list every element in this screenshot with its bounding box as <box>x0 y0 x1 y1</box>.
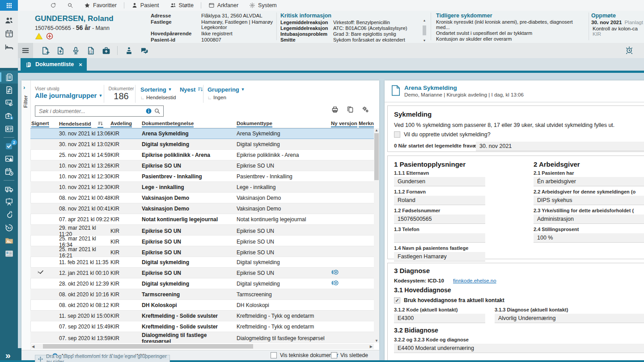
menu-arkfaner[interactable]: Arkfaner <box>208 2 238 8</box>
table-row[interactable]: 30. nov 2021 kl 13:06KIRArena Sykmelding… <box>30 128 374 139</box>
import-document-button[interactable] <box>54 45 67 56</box>
search-info-icon[interactable] <box>145 108 152 114</box>
checkbox[interactable] <box>331 352 337 358</box>
sidebar-item-calendar[interactable]: 1 <box>0 27 18 40</box>
table-row[interactable]: 10. nov 2021 kl 12:30KIRLege - innkallin… <box>30 182 374 193</box>
table-row[interactable]: 10. nov 2021 kl 12:30KIRPasientbrev - In… <box>30 171 374 182</box>
search-input[interactable] <box>38 108 144 115</box>
sidebar-item-patient-card[interactable] <box>0 122 18 135</box>
sidebar-item-media-folder[interactable] <box>0 234 18 247</box>
patient-field[interactable]: Gundersen <box>394 177 485 186</box>
column-header[interactable]: Signert <box>31 121 59 126</box>
employer-field[interactable]: Én arbeidsgiver <box>534 177 644 186</box>
app-launcher-button[interactable] <box>0 0 18 11</box>
checkbox[interactable] <box>271 352 277 358</box>
critical-info-icon[interactable] <box>46 32 54 40</box>
grouping-control[interactable]: Gruppering ▼ ∟ Ingen <box>208 86 245 100</box>
column-header[interactable]: Merkn <box>359 121 374 126</box>
column-header[interactable]: Dokumentbetegnelse <box>142 121 237 126</box>
sidebar-item-patients[interactable] <box>0 14 18 27</box>
table-row[interactable]: 08. nov 2021 kl 00:41KIRVaksinasjon Demo… <box>30 203 374 214</box>
sidebar-item-core-journal[interactable]: KJ <box>0 221 18 234</box>
sidebar-item-planning[interactable] <box>0 165 18 178</box>
diagnose-field[interactable]: Alvorlig Underernæring <box>495 314 644 323</box>
table-row[interactable]: 08. okt 2020 kl 08:12KIRDH KoloskopiDH K… <box>30 300 374 311</box>
show-deleted-checkbox[interactable]: Vis slettede <box>331 352 368 358</box>
sidebar-item-presentation[interactable] <box>0 195 18 208</box>
hoveddiagnose-checkbox[interactable]: ✓ Bruk hoveddiagnose fra aktuell kontakt <box>394 297 504 303</box>
menu-favoritter[interactable]: Favoritter <box>84 2 117 8</box>
q0-field[interactable]: 30. nov 2021 <box>476 142 644 151</box>
patient-field[interactable]: Fastlegen Hamarøy <box>394 252 485 261</box>
filter-collapse-strip[interactable]: › Filter <box>21 80 31 350</box>
main-menu-button[interactable] <box>18 43 33 58</box>
handover-button[interactable] <box>122 45 136 56</box>
vertical-scrollbar[interactable]: ▲ ▼ <box>374 128 379 343</box>
column-header[interactable]: Dokumenttype <box>237 121 331 126</box>
refresh-button[interactable] <box>50 2 56 8</box>
column-header[interactable]: Hendelsestid <box>59 121 110 128</box>
journal-group-selector[interactable]: Viser utvalg Alle journalgrupper ▼ <box>35 86 102 99</box>
document-template-button[interactable]: { } <box>84 45 97 56</box>
sidebar-item-treatment[interactable] <box>0 109 18 122</box>
table-row[interactable]: 08. nov 2021 kl 00:48KIRVaksinasjon Demo… <box>30 193 374 203</box>
menu-stotte[interactable]: Støtte <box>170 2 194 8</box>
tab-dokumentliste[interactable]: Dokumentliste × <box>21 58 87 71</box>
show-technical-docs-checkbox[interactable]: Vis tekniske dokumenter <box>271 352 339 358</box>
table-row[interactable]: 12. jan 2021 kl 00:10KIREpikrise SO UNEp… <box>30 268 374 278</box>
sidebar-item-gastro[interactable] <box>0 208 18 221</box>
bidiagnose-field[interactable]: E4400 Moderat underernæring <box>394 344 644 353</box>
table-row[interactable]: 11. sep 2020 kl 15:00KIRKreftmelding - S… <box>30 311 374 321</box>
table-row[interactable]: 07. sep 2020 kl 15:49KIRKreftmelding - S… <box>30 321 374 332</box>
column-header[interactable]: Ny versjon <box>331 121 359 126</box>
form-title[interactable]: Arena Sykmelding <box>404 84 457 91</box>
table-row[interactable]: 25. nov 2021 kl 14:59KIREpikrise polikli… <box>30 150 374 160</box>
patient-name[interactable]: GUNDERSEN, Roland <box>35 14 114 23</box>
table-row[interactable]: 07. apr 2021 kl 09:22KIRNotat kontinuerl… <box>30 214 374 225</box>
settings-gears-icon[interactable] <box>361 105 369 114</box>
finnkode-link[interactable]: finnkode.ehelse.no <box>453 278 496 283</box>
expand-filter-icon[interactable]: › <box>23 84 30 91</box>
menu-system[interactable]: System <box>249 2 277 8</box>
employer-field[interactable]: DIPS sykehus <box>534 196 644 205</box>
table-row[interactable]: 28. okt 2020 kl 12:39KIRDigital sykmeldi… <box>30 278 374 289</box>
employer-field[interactable]: 100 % <box>534 233 644 243</box>
table-row[interactable]: 07. sep 2020 kl 13:59KIRDialogmelding ti… <box>30 332 374 343</box>
column-header[interactable]: Avdeling <box>110 121 142 126</box>
sidebar-item-media-capture[interactable] <box>0 97 18 109</box>
dictation-button[interactable] <box>69 45 82 56</box>
table-row[interactable]: 25. mar 2021 kl 16:34KIREpikrise SO UNEp… <box>30 236 374 246</box>
treatment-plan-button[interactable] <box>99 45 113 56</box>
table-row[interactable]: 11. feb 2021 kl 11:35KIRDigital sykmeldi… <box>30 257 374 268</box>
sidebar-item-ambulance[interactable] <box>0 182 18 195</box>
sort-control[interactable]: Sortering ▼ Nyest ∟ Hendelsestid <box>140 86 203 100</box>
table-row[interactable]: 30. nov 2021 kl 13:02KIRDigital sykmeldi… <box>30 139 374 150</box>
patient-field[interactable] <box>394 233 485 243</box>
notifications-icon[interactable] <box>624 45 634 55</box>
horizontal-scrollbar[interactable]: ◀ ▶ <box>30 344 374 349</box>
sidebar-item-overview-card[interactable] <box>0 247 18 260</box>
messages-button[interactable] <box>137 45 151 56</box>
copy-icon[interactable] <box>346 105 354 114</box>
global-search-button[interactable] <box>67 2 73 8</box>
table-row[interactable]: 08. okt 2020 kl 10:16KIRTarmscreeningTar… <box>30 289 374 300</box>
menu-pasient[interactable]: Pasient <box>131 2 159 8</box>
patient-field[interactable]: 15076500565 <box>394 215 485 224</box>
sidebar-item-document-list[interactable] <box>0 71 18 84</box>
print-icon[interactable] <box>331 105 339 114</box>
kode-field[interactable]: E4300 <box>394 314 485 323</box>
checkbox-checked[interactable]: ✓ <box>394 297 400 303</box>
employer-field[interactable]: Administrasjon <box>534 215 644 224</box>
table-row[interactable]: 29. mar 2021 kl 11:20KIREpikrise SO UNEp… <box>30 225 374 236</box>
table-row[interactable]: 25. mar 2021 kl 16:21KIREpikrise SO UNEp… <box>30 246 374 257</box>
search-icon[interactable] <box>154 108 161 114</box>
sort-direction[interactable]: Nyest <box>180 86 195 93</box>
utvidet-sykmelding-checkbox[interactable]: Vil du opprette utvidet sykmelding? <box>394 131 491 138</box>
close-tab-icon[interactable]: × <box>79 61 82 68</box>
sidebar-item-document-transfer[interactable] <box>0 84 18 97</box>
patient-field[interactable]: Roland <box>394 196 485 205</box>
warning-triangle-icon[interactable] <box>35 32 43 40</box>
sidebar-item-beds[interactable] <box>0 40 18 53</box>
sidebar-item-imaging[interactable] <box>0 152 18 165</box>
table-row[interactable]: 10. nov 2021 kl 13:26KIREpikrise SO UNEp… <box>30 160 374 171</box>
